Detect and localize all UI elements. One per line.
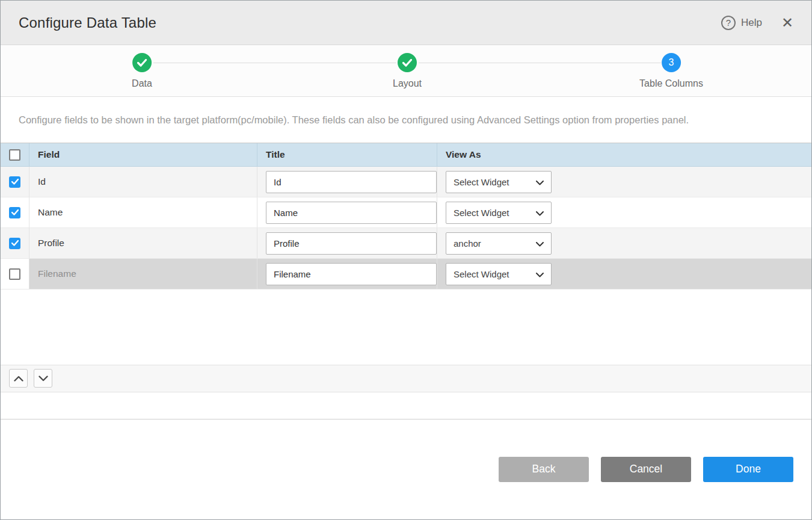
description-text: Configure fields to be shown in the targ… [1,97,811,143]
dialog-footer: Back Cancel Done [1,419,811,520]
view-as-select[interactable]: Select Widget [446,202,552,224]
stepper-connector [153,63,396,63]
step-data[interactable]: Data [132,53,152,89]
table-header-row: Field Title View As [1,143,811,167]
configure-data-table-dialog: Configure Data Table ? Help ✕ Data Layou… [0,0,812,520]
field-name: Id [38,176,46,187]
move-down-button[interactable] [34,369,52,388]
step-label: Layout [393,78,422,89]
step-table-columns[interactable]: 3 Table Columns [639,53,703,89]
view-as-select[interactable]: anchor [446,232,552,255]
back-button[interactable]: Back [499,457,589,482]
title-input[interactable] [266,263,437,285]
title-input[interactable] [266,202,437,224]
view-as-value: Select Widget [454,269,509,279]
header-checkbox-cell [1,143,29,166]
title-input[interactable] [266,232,437,255]
help-icon: ? [721,16,736,30]
table-row: Id Select Widget [1,167,811,197]
chevron-down-icon [536,208,544,218]
table-row: Profile anchor [1,228,811,259]
help-button[interactable]: ? Help [721,16,762,30]
columns-table: Field Title View As Id Select Widget [1,143,811,289]
chevron-down-icon [38,373,48,384]
view-as-select[interactable]: Select Widget [446,263,552,285]
field-name: Name [38,207,63,218]
row-checkbox[interactable] [9,238,20,249]
reorder-toolbar [1,365,811,392]
row-checkbox[interactable] [9,207,20,218]
step-label: Data [132,78,152,89]
close-icon[interactable]: ✕ [780,14,795,31]
wizard-stepper: Data Layout 3 Table Columns [1,45,811,97]
chevron-up-icon [14,373,23,384]
step-label: Table Columns [639,78,703,89]
step-layout[interactable]: Layout [393,53,422,89]
stepper-connector [419,63,661,63]
column-header-title: Title [266,149,285,160]
table-empty-area [1,289,811,365]
view-as-select[interactable]: Select Widget [446,171,552,193]
dialog-title: Configure Data Table [19,14,156,31]
view-as-value: Select Widget [454,177,509,187]
view-as-value: Select Widget [454,208,509,218]
step-number-badge: 3 [662,53,681,72]
step-complete-check-icon [132,53,152,72]
chevron-down-icon [536,177,544,187]
cancel-button[interactable]: Cancel [601,457,691,482]
table-row: Name Select Widget [1,197,811,228]
row-checkbox[interactable] [9,268,20,280]
done-button[interactable]: Done [703,457,793,482]
row-checkbox[interactable] [9,176,20,188]
dialog-header: Configure Data Table ? Help ✕ [1,1,811,45]
title-input[interactable] [266,171,437,193]
chevron-down-icon [536,269,544,279]
select-all-checkbox[interactable] [9,149,20,161]
spacer [1,392,811,419]
table-row: Filename Select Widget [1,259,811,289]
chevron-down-icon [536,238,544,249]
step-complete-check-icon [398,53,417,72]
column-header-field: Field [38,149,60,160]
view-as-value: anchor [454,238,481,249]
field-name: Filename [38,268,76,279]
move-up-button[interactable] [9,369,28,388]
help-label: Help [741,17,762,29]
field-name: Profile [38,238,64,249]
column-header-view-as: View As [446,149,481,160]
header-actions: ? Help ✕ [721,14,795,31]
